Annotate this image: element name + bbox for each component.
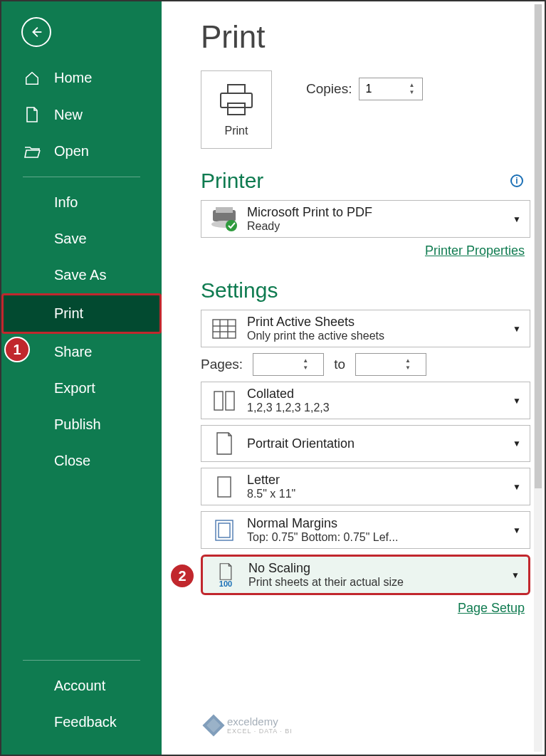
chevron-down-icon: ▼ xyxy=(508,439,525,448)
spinner-up-icon[interactable]: ▲ xyxy=(296,357,315,364)
svg-rect-15 xyxy=(218,477,231,497)
spinner-up-icon[interactable]: ▲ xyxy=(402,82,421,89)
svg-rect-5 xyxy=(216,207,233,213)
chevron-down-icon: ▼ xyxy=(508,214,525,224)
print-button-label: Print xyxy=(225,125,248,137)
pages-label: Pages: xyxy=(201,357,243,372)
chevron-down-icon: ▼ xyxy=(507,570,524,580)
watermark-logo-icon xyxy=(202,714,224,736)
spinner-down-icon[interactable]: ▼ xyxy=(402,89,421,96)
margins-icon xyxy=(206,518,243,542)
page-title: Print xyxy=(201,19,530,55)
collation-select[interactable]: Collated 1,2,3 1,2,3 1,2,3 ▼ xyxy=(201,382,530,419)
spinner-down-icon[interactable]: ▼ xyxy=(296,364,315,372)
sidebar-label: Print xyxy=(54,305,83,322)
folder-open-icon xyxy=(23,145,41,159)
svg-rect-1 xyxy=(228,85,245,93)
sidebar-item-close[interactable]: Close xyxy=(1,443,162,479)
svg-rect-8 xyxy=(213,320,236,338)
setting-sub: Only print the active sheets xyxy=(247,330,504,342)
watermark: exceldemy EXCEL · DATA · BI xyxy=(206,715,293,735)
excel-backstage: Home New Open Info Save Save As Print 1 … xyxy=(0,0,546,756)
pages-from-input[interactable] xyxy=(253,358,296,371)
sidebar-item-publish[interactable]: Publish xyxy=(1,406,162,443)
printer-select[interactable]: Microsoft Print to PDF Ready ▼ xyxy=(201,200,530,238)
new-doc-icon xyxy=(23,106,41,123)
annotation-callout-2: 2 xyxy=(169,563,195,589)
sidebar-label: Save As xyxy=(54,267,106,283)
sidebar-item-feedback[interactable]: Feedback xyxy=(1,704,162,740)
sidebar-label: Open xyxy=(54,143,89,159)
sidebar-label: Export xyxy=(54,380,95,397)
print-panel: Print Print Copies: ▲▼ Printer i xyxy=(162,1,545,755)
svg-rect-14 xyxy=(226,392,234,410)
sidebar-label: New xyxy=(54,107,83,123)
settings-section-header: Settings xyxy=(201,278,530,303)
chevron-down-icon: ▼ xyxy=(508,482,525,492)
sidebar-item-new[interactable]: New xyxy=(1,96,162,133)
home-icon xyxy=(23,70,41,86)
sidebar-label: Info xyxy=(54,194,78,211)
sidebar-label: Home xyxy=(54,70,92,86)
sidebar-label: Save xyxy=(54,231,87,247)
setting-title: No Scaling xyxy=(248,561,503,576)
sidebar-label: Close xyxy=(54,453,90,469)
annotation-callout-1: 1 xyxy=(4,337,30,362)
pages-to-label: to xyxy=(334,357,345,372)
setting-title: Collated xyxy=(247,387,504,401)
chevron-down-icon: ▼ xyxy=(508,324,525,334)
pages-to-input[interactable] xyxy=(356,358,399,371)
scrollbar[interactable] xyxy=(534,4,542,752)
printer-ready-icon xyxy=(206,206,243,233)
portrait-icon xyxy=(206,431,243,456)
svg-rect-3 xyxy=(228,103,245,115)
print-button[interactable]: Print xyxy=(201,70,272,149)
svg-rect-17 xyxy=(219,523,230,537)
sidebar-item-print[interactable]: Print xyxy=(1,293,162,334)
sidebar-item-save[interactable]: Save xyxy=(1,221,162,257)
sidebar-label: Share xyxy=(54,344,92,360)
spinner-up-icon[interactable]: ▲ xyxy=(399,357,417,364)
copies-spinner[interactable]: ▲▼ xyxy=(359,78,423,100)
sheets-icon xyxy=(206,317,243,341)
margins-select[interactable]: Normal Margins Top: 0.75" Bottom: 0.75" … xyxy=(201,511,530,549)
pages-row: Pages: ▲▼ to ▲▼ xyxy=(201,353,530,376)
backstage-sidebar: Home New Open Info Save Save As Print 1 … xyxy=(1,1,162,755)
sidebar-item-open[interactable]: Open xyxy=(1,133,162,169)
back-button[interactable] xyxy=(21,17,51,47)
svg-rect-13 xyxy=(214,392,223,410)
printer-status: Ready xyxy=(247,220,504,233)
setting-title: Portrait Orientation xyxy=(247,436,504,451)
scaling-select[interactable]: 100 No Scaling Print sheets at their act… xyxy=(201,555,530,595)
setting-sub: Top: 0.75" Bottom: 0.75" Lef... xyxy=(247,531,504,544)
print-what-select[interactable]: Print Active Sheets Only print the activ… xyxy=(201,310,530,347)
sidebar-item-home[interactable]: Home xyxy=(1,60,162,96)
printer-properties-link[interactable]: Printer Properties xyxy=(425,243,525,258)
printer-info-icon[interactable]: i xyxy=(510,174,523,187)
watermark-tag: EXCEL · DATA · BI xyxy=(227,728,293,735)
setting-sub: 1,2,3 1,2,3 1,2,3 xyxy=(247,401,504,414)
copies-input[interactable] xyxy=(359,83,402,95)
sidebar-item-export[interactable]: Export xyxy=(1,370,162,406)
pages-to-spinner[interactable]: ▲▼ xyxy=(355,353,426,376)
collated-icon xyxy=(206,389,243,413)
spinner-down-icon[interactable]: ▼ xyxy=(399,364,417,372)
printer-section-header: Printer i xyxy=(201,169,530,193)
pages-from-spinner[interactable]: ▲▼ xyxy=(253,353,324,376)
setting-title: Normal Margins xyxy=(247,516,504,531)
orientation-select[interactable]: Portrait Orientation ▼ xyxy=(201,425,530,462)
setting-sub: Print sheets at their actual size xyxy=(248,576,503,589)
sidebar-item-info[interactable]: Info xyxy=(1,184,162,221)
scaling-percent: 100 xyxy=(219,579,232,588)
sidebar-item-saveas[interactable]: Save As xyxy=(1,257,162,293)
sidebar-label: Account xyxy=(54,678,105,694)
setting-sub: 8.5" x 11" xyxy=(247,488,504,500)
paper-size-select[interactable]: Letter 8.5" x 11" ▼ xyxy=(201,468,530,505)
svg-point-7 xyxy=(226,220,237,231)
arrow-left-icon xyxy=(28,24,44,40)
page-setup-link[interactable]: Page Setup xyxy=(458,601,525,615)
scrollbar-thumb[interactable] xyxy=(535,4,542,488)
setting-title: Letter xyxy=(247,473,504,488)
sidebar-label: Publish xyxy=(54,416,101,433)
sidebar-item-account[interactable]: Account xyxy=(1,668,162,704)
